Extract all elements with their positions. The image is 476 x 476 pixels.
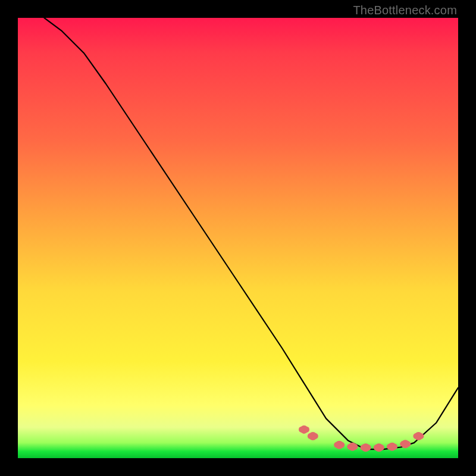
highlight-bead [387,444,397,450]
highlight-marker-group [299,425,424,452]
bottleneck-curve-path [44,18,458,449]
highlight-bead [299,427,309,433]
highlight-bead [361,444,371,450]
plot-area [18,18,458,458]
chart-frame: TheBottleneck.com [0,0,476,476]
highlight-bead [334,442,345,448]
highlight-bead [374,444,384,450]
highlight-bead [308,433,318,439]
watermark-text: TheBottleneck.com [353,4,457,17]
highlight-bead [413,433,424,439]
highlight-bead [400,441,411,447]
highlight-bead [347,444,358,450]
curve-svg [18,18,458,458]
